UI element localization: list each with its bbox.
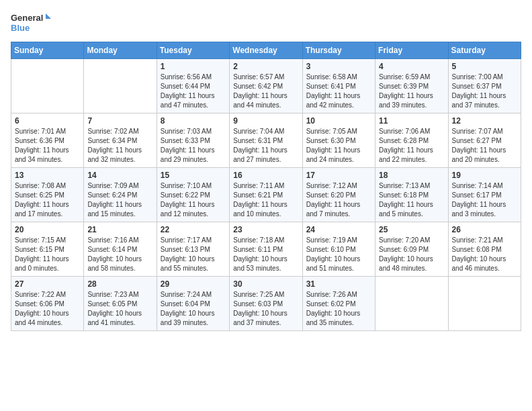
calendar-cell: 28Sunrise: 7:23 AM Sunset: 6:05 PM Dayli… [84,277,157,331]
calendar-week-1: 1Sunrise: 6:56 AM Sunset: 6:44 PM Daylig… [11,59,521,113]
day-number: 12 [452,116,517,126]
day-number: 7 [87,116,152,126]
calendar-cell: 7Sunrise: 7:02 AM Sunset: 6:34 PM Daylig… [84,113,157,168]
svg-text:General: General [11,13,43,23]
svg-text:Blue: Blue [11,23,30,33]
calendar-cell: 27Sunrise: 7:22 AM Sunset: 6:06 PM Dayli… [11,277,84,331]
calendar-cell: 18Sunrise: 7:13 AM Sunset: 6:18 PM Dayli… [375,168,448,222]
day-number: 21 [87,225,152,234]
day-info: Sunrise: 7:19 AM Sunset: 6:10 PM Dayligh… [306,236,371,273]
day-info: Sunrise: 7:04 AM Sunset: 6:31 PM Dayligh… [233,127,298,165]
calendar-cell: 12Sunrise: 7:07 AM Sunset: 6:27 PM Dayli… [448,113,521,168]
day-number: 23 [233,225,298,234]
day-number: 17 [306,171,371,180]
day-number: 2 [233,62,298,71]
day-number: 3 [306,62,371,71]
calendar-cell: 30Sunrise: 7:25 AM Sunset: 6:03 PM Dayli… [230,277,302,331]
day-header-tuesday: Tuesday [157,42,229,59]
day-info: Sunrise: 7:26 AM Sunset: 6:02 PM Dayligh… [306,290,371,328]
day-info: Sunrise: 7:25 AM Sunset: 6:03 PM Dayligh… [233,290,298,328]
day-number: 9 [233,116,298,126]
day-info: Sunrise: 7:06 AM Sunset: 6:28 PM Dayligh… [379,127,444,165]
calendar-cell: 13Sunrise: 7:08 AM Sunset: 6:25 PM Dayli… [11,168,84,222]
day-number: 11 [379,116,444,126]
calendar-cell: 14Sunrise: 7:09 AM Sunset: 6:24 PM Dayli… [84,168,157,222]
calendar-cell: 29Sunrise: 7:24 AM Sunset: 6:04 PM Dayli… [157,277,229,331]
calendar-cell: 9Sunrise: 7:04 AM Sunset: 6:31 PM Daylig… [230,113,302,168]
day-number: 1 [161,62,226,71]
calendar-cell: 5Sunrise: 7:00 AM Sunset: 6:37 PM Daylig… [448,59,521,113]
day-number: 20 [15,225,80,234]
day-header-thursday: Thursday [302,42,375,59]
calendar-cell [84,59,157,113]
day-info: Sunrise: 7:21 AM Sunset: 6:08 PM Dayligh… [452,236,517,273]
day-info: Sunrise: 7:15 AM Sunset: 6:15 PM Dayligh… [15,236,80,273]
day-info: Sunrise: 7:13 AM Sunset: 6:18 PM Dayligh… [379,181,444,219]
day-info: Sunrise: 7:03 AM Sunset: 6:33 PM Dayligh… [161,127,226,165]
day-info: Sunrise: 7:22 AM Sunset: 6:06 PM Dayligh… [15,290,80,328]
logo: General Blue [11,11,51,35]
day-info: Sunrise: 7:10 AM Sunset: 6:22 PM Dayligh… [161,181,226,219]
calendar-cell: 17Sunrise: 7:12 AM Sunset: 6:20 PM Dayli… [302,168,375,222]
calendar-cell: 20Sunrise: 7:15 AM Sunset: 6:15 PM Dayli… [11,222,84,277]
calendar-cell: 1Sunrise: 6:56 AM Sunset: 6:44 PM Daylig… [157,59,229,113]
day-info: Sunrise: 7:24 AM Sunset: 6:04 PM Dayligh… [161,290,226,328]
day-info: Sunrise: 7:16 AM Sunset: 6:14 PM Dayligh… [87,236,152,273]
calendar-cell [448,277,521,331]
calendar-body: 1Sunrise: 6:56 AM Sunset: 6:44 PM Daylig… [11,59,521,331]
day-number: 28 [87,279,152,289]
svg-marker-2 [46,13,51,19]
day-info: Sunrise: 6:59 AM Sunset: 6:39 PM Dayligh… [379,73,444,110]
calendar-week-2: 6Sunrise: 7:01 AM Sunset: 6:36 PM Daylig… [11,113,521,168]
day-info: Sunrise: 7:18 AM Sunset: 6:11 PM Dayligh… [233,236,298,273]
day-number: 19 [452,171,517,180]
calendar-cell: 10Sunrise: 7:05 AM Sunset: 6:30 PM Dayli… [302,113,375,168]
day-info: Sunrise: 6:56 AM Sunset: 6:44 PM Dayligh… [161,73,226,110]
day-number: 31 [306,279,371,289]
day-number: 24 [306,225,371,234]
day-number: 6 [15,116,80,126]
day-info: Sunrise: 7:17 AM Sunset: 6:13 PM Dayligh… [161,236,226,273]
calendar-cell: 31Sunrise: 7:26 AM Sunset: 6:02 PM Dayli… [302,277,375,331]
calendar-cell [375,277,448,331]
day-info: Sunrise: 7:09 AM Sunset: 6:24 PM Dayligh… [87,181,152,219]
day-number: 5 [452,62,517,71]
day-info: Sunrise: 6:58 AM Sunset: 6:41 PM Dayligh… [306,73,371,110]
day-info: Sunrise: 7:00 AM Sunset: 6:37 PM Dayligh… [452,73,517,110]
day-info: Sunrise: 6:57 AM Sunset: 6:42 PM Dayligh… [233,73,298,110]
calendar-cell: 3Sunrise: 6:58 AM Sunset: 6:41 PM Daylig… [302,59,375,113]
calendar-table: SundayMondayTuesdayWednesdayThursdayFrid… [11,42,521,331]
calendar-cell [11,59,84,113]
calendar-cell: 4Sunrise: 6:59 AM Sunset: 6:39 PM Daylig… [375,59,448,113]
day-number: 27 [15,279,80,289]
day-number: 30 [233,279,298,289]
calendar-cell: 2Sunrise: 6:57 AM Sunset: 6:42 PM Daylig… [230,59,302,113]
calendar-cell: 16Sunrise: 7:11 AM Sunset: 6:21 PM Dayli… [230,168,302,222]
calendar-cell: 11Sunrise: 7:06 AM Sunset: 6:28 PM Dayli… [375,113,448,168]
calendar-cell: 23Sunrise: 7:18 AM Sunset: 6:11 PM Dayli… [230,222,302,277]
day-number: 8 [161,116,226,126]
calendar-cell: 6Sunrise: 7:01 AM Sunset: 6:36 PM Daylig… [11,113,84,168]
calendar-cell: 8Sunrise: 7:03 AM Sunset: 6:33 PM Daylig… [157,113,229,168]
day-info: Sunrise: 7:11 AM Sunset: 6:21 PM Dayligh… [233,181,298,219]
day-number: 14 [87,171,152,180]
calendar-week-3: 13Sunrise: 7:08 AM Sunset: 6:25 PM Dayli… [11,168,521,222]
day-header-monday: Monday [84,42,157,59]
day-number: 13 [15,171,80,180]
calendar-header-row: SundayMondayTuesdayWednesdayThursdayFrid… [11,42,521,59]
day-number: 10 [306,116,371,126]
day-info: Sunrise: 7:12 AM Sunset: 6:20 PM Dayligh… [306,181,371,219]
day-header-saturday: Saturday [448,42,521,59]
day-number: 22 [161,225,226,234]
day-info: Sunrise: 7:02 AM Sunset: 6:34 PM Dayligh… [87,127,152,165]
day-info: Sunrise: 7:14 AM Sunset: 6:17 PM Dayligh… [452,181,517,219]
day-number: 15 [161,171,226,180]
calendar-week-5: 27Sunrise: 7:22 AM Sunset: 6:06 PM Dayli… [11,277,521,331]
day-info: Sunrise: 7:05 AM Sunset: 6:30 PM Dayligh… [306,127,371,165]
day-info: Sunrise: 7:20 AM Sunset: 6:09 PM Dayligh… [379,236,444,273]
calendar-cell: 22Sunrise: 7:17 AM Sunset: 6:13 PM Dayli… [157,222,229,277]
day-number: 16 [233,171,298,180]
calendar-cell: 26Sunrise: 7:21 AM Sunset: 6:08 PM Dayli… [448,222,521,277]
day-info: Sunrise: 7:01 AM Sunset: 6:36 PM Dayligh… [15,127,80,165]
day-number: 29 [161,279,226,289]
